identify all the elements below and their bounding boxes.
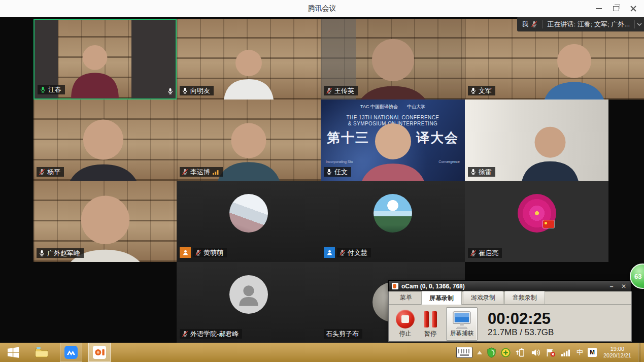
ocam-close-button[interactable]: ✕ — [619, 283, 628, 290]
mic-muted-icon — [182, 331, 188, 337]
pause-button[interactable]: 暂停 — [422, 310, 439, 338]
mic-muted-icon — [326, 87, 332, 94]
windows-taskbar: 中 M 19:00 2020/12/21 — [0, 343, 644, 362]
name-tag: 杨平 — [37, 167, 64, 177]
mic-on-icon — [39, 250, 45, 256]
ocam-window[interactable]: oCam (0, 0, 1366, 768) – ✕ 菜单 屏幕录制 游戏录制 … — [388, 280, 632, 342]
touch-keyboard-icon[interactable] — [456, 347, 472, 358]
taskbar-clock[interactable]: 19:00 2020/12/21 — [601, 346, 633, 359]
slide-logo-right: 中山大学 — [407, 104, 425, 110]
start-button[interactable] — [2, 343, 24, 362]
participant-silhouette — [216, 42, 281, 100]
ocam-body: 菜单 屏幕录制 游戏录制 音频录制 停止 暂停 屏幕捕获 00:02:25 21… — [388, 291, 632, 342]
ocam-app-icon — [392, 283, 398, 289]
language-indicator[interactable]: M — [588, 348, 597, 357]
video-tile-fuwenhui[interactable]: 付文慧 — [321, 181, 465, 262]
video-tile-liyunbo[interactable]: 李运博 — [177, 100, 321, 181]
ime-chinese-indicator[interactable]: 中 — [577, 348, 583, 357]
avatar-photo — [229, 194, 268, 233]
video-tile-cuiqiliang[interactable]: 崔启亮 — [465, 181, 608, 262]
mic-muted-icon — [470, 250, 477, 256]
tab-audio-record[interactable]: 音频录制 — [504, 291, 545, 304]
name-tag: 黄萌萌 — [180, 247, 227, 258]
name-tag: 石头剪子布 — [324, 329, 362, 339]
mic-muted-icon — [195, 249, 201, 256]
slide-logos: TAC 中国翻译协会 中山大学 — [321, 104, 465, 110]
video-tile-yangping[interactable]: 杨平 — [33, 100, 177, 181]
name-tag: 文军 — [468, 86, 495, 95]
ocam-taskbar-button[interactable] — [88, 343, 111, 362]
mic-muted-icon — [39, 169, 45, 175]
folder-icon — [35, 346, 49, 358]
network-signal-icon[interactable] — [561, 348, 572, 357]
name-tag: 外语学院-郝君峰 — [180, 329, 242, 339]
my-mic-muted-icon — [531, 21, 537, 27]
action-center-flag-icon[interactable] — [546, 348, 556, 357]
tencent-meeting-taskbar-button[interactable] — [60, 343, 82, 362]
volume-icon[interactable] — [530, 348, 541, 357]
now-speaking-text: 正在讲话: 江春; 文军; 广外... — [543, 17, 634, 31]
restore-button[interactable] — [607, 0, 625, 17]
show-desktop-button[interactable] — [638, 343, 641, 362]
pause-label: 暂停 — [424, 330, 436, 338]
video-tile-wangchuanying[interactable]: 王传英 — [321, 19, 465, 100]
participant-silhouette — [532, 34, 616, 100]
mic-on-icon — [470, 87, 477, 94]
participant-name: 黄萌萌 — [204, 249, 223, 256]
tab-menu[interactable]: 菜单 — [392, 291, 420, 304]
participant-silhouette — [349, 112, 437, 181]
participant-name: 杨平 — [47, 169, 60, 175]
mic-muted-icon — [182, 169, 188, 175]
ocam-title: oCam (0, 0, 1366, 768) — [401, 283, 604, 290]
video-tile-huangmengmeng[interactable]: 黄萌萌 — [177, 181, 321, 262]
video-tile-jiangchun[interactable]: 江春 — [33, 19, 177, 100]
name-tag: 李运博 — [180, 167, 223, 177]
avatar-photo — [374, 194, 412, 233]
show-hidden-icons-button[interactable] — [477, 351, 482, 354]
default-person-icon — [235, 281, 262, 308]
participant-name: 崔启亮 — [479, 250, 498, 256]
video-tile-renwen[interactable]: TAC 中国翻译协会 中山大学 THE 13TH NATIONAL CONFER… — [321, 100, 465, 181]
mic-on-icon — [182, 87, 188, 94]
participant-silhouette — [64, 38, 125, 98]
video-tile-xulei[interactable]: 徐雷 — [465, 100, 608, 181]
file-explorer-button[interactable] — [30, 343, 53, 362]
mic-muted-icon — [339, 249, 346, 256]
system-tray: 中 M 19:00 2020/12/21 — [456, 343, 641, 362]
ocam-minimize-button[interactable]: – — [607, 283, 616, 290]
name-tag: 崔启亮 — [468, 248, 502, 258]
video-tile-haojunfeng[interactable]: 外语学院-郝君峰 — [177, 262, 321, 343]
participant-name: 付文慧 — [348, 249, 367, 256]
antivirus-shield-icon[interactable] — [487, 347, 496, 358]
video-tile-zhaojunfeng[interactable]: 广外赵军峰 — [33, 181, 177, 262]
power-battery-icon[interactable] — [515, 348, 526, 357]
screen-capture-button[interactable]: 屏幕捕获 — [446, 307, 478, 341]
mic-on-icon — [326, 169, 332, 175]
mic-corner-icon — [167, 88, 174, 94]
tab-game-record[interactable]: 游戏录制 — [463, 291, 503, 304]
name-tag: 任文 — [324, 167, 351, 177]
close-button[interactable] — [625, 0, 642, 17]
video-tile-xiangmingyou[interactable]: 向明友 — [177, 19, 321, 100]
me-label: 我 — [522, 20, 528, 29]
profile-badge-icon — [180, 247, 191, 258]
participant-name: 外语学院-郝君峰 — [190, 331, 239, 337]
tab-screen-record[interactable]: 屏幕录制 — [421, 291, 462, 305]
ocam-tabs: 菜单 屏幕录制 游戏录制 音频录制 — [389, 291, 631, 305]
participant-name: 任文 — [334, 169, 348, 175]
portrait-video — [58, 20, 131, 98]
stop-button[interactable]: 停止 — [396, 310, 415, 338]
ocam-titlebar[interactable]: oCam (0, 0, 1366, 768) – ✕ — [388, 280, 632, 291]
chevron-down-icon[interactable] — [635, 17, 644, 31]
pause-icon — [422, 310, 439, 328]
participant-name: 江春 — [48, 86, 61, 93]
monitor-icon — [452, 311, 471, 329]
recording-timer: 00:02:25 — [488, 311, 554, 327]
minimize-button[interactable] — [590, 0, 607, 17]
stop-label: 停止 — [399, 330, 412, 338]
name-tag: 向明友 — [180, 86, 214, 95]
slide-logo-left: TAC 中国翻译协会 — [360, 104, 398, 110]
health-plus-icon[interactable] — [501, 348, 511, 357]
participant-name: 石头剪子布 — [326, 331, 359, 337]
windows-logo-icon — [7, 346, 19, 358]
